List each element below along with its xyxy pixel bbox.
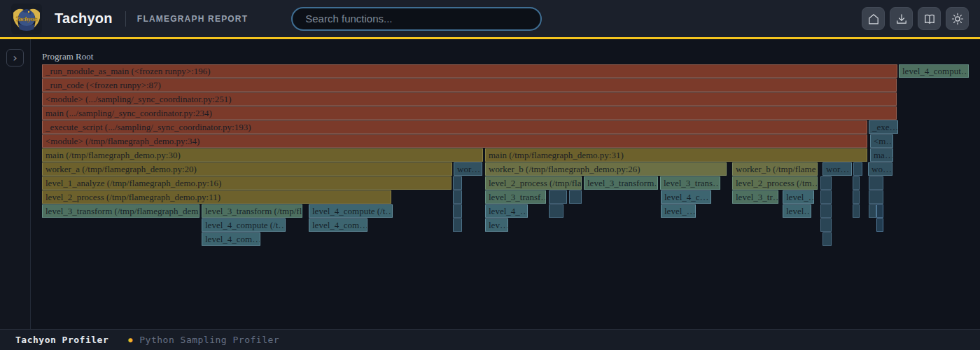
- flame-frame[interactable]: level…: [783, 204, 811, 218]
- flame-frame[interactable]: level_3_transform (/tmp/flamegraph_dem…: [42, 204, 200, 218]
- flame-frame[interactable]: main (.../sampling/_sync_coordinator.py:…: [42, 106, 897, 120]
- flame-frame[interactable]: level_4_compute (/t…: [309, 204, 393, 218]
- flame-frame[interactable]: [853, 204, 860, 218]
- flame-frame[interactable]: [820, 218, 832, 232]
- flame-frame[interactable]: level_4_compute (/t…: [202, 218, 286, 232]
- flame-frame[interactable]: _exe…: [869, 120, 898, 134]
- docs-button[interactable]: [918, 7, 941, 30]
- flame-frame[interactable]: worker_a (/tmp/flamegraph_demo.py:20): [42, 162, 452, 176]
- flame-frame[interactable]: _run_code (<frozen runpy>:87): [42, 78, 897, 92]
- flame-frame[interactable]: level_…: [661, 204, 696, 218]
- flame-frame[interactable]: [453, 204, 462, 218]
- app-title: Tachyon: [55, 10, 113, 27]
- header-divider: [125, 11, 126, 27]
- flamegraph-root-label: Program Root: [42, 51, 93, 62]
- flame-frame[interactable]: level_4_com…: [309, 218, 368, 232]
- sun-icon: [950, 11, 965, 27]
- flame-frame[interactable]: level_…: [783, 190, 814, 204]
- flame-frame[interactable]: [820, 190, 832, 204]
- flame-frame[interactable]: _run_module_as_main (<frozen runpy>:196): [42, 64, 897, 78]
- header: Tachyon Tachyon FLAMEGRAPH REPORT: [0, 0, 980, 39]
- flame-frame[interactable]: worker_b (/tmp/flamegraph_demo.py:26): [485, 162, 727, 176]
- home-icon: [866, 11, 881, 27]
- header-buttons: [862, 7, 969, 30]
- flame-frame[interactable]: level_3_transform…: [584, 176, 658, 190]
- flame-frame[interactable]: [453, 176, 462, 190]
- flame-frame[interactable]: lev…: [485, 218, 508, 232]
- flame-frame[interactable]: [869, 204, 876, 218]
- flame-frame[interactable]: level_3_transform (/tmp/fl…: [202, 204, 302, 218]
- flame-frame[interactable]: wor…: [454, 162, 482, 176]
- theme-toggle-button[interactable]: [946, 7, 969, 30]
- flame-frame[interactable]: level_3_transf…: [485, 190, 546, 204]
- flame-frame[interactable]: main (/tmp/flamegraph_demo.py:30): [42, 148, 483, 162]
- flame-frame[interactable]: level_4_c…: [661, 190, 711, 204]
- svg-text:Tachyon: Tachyon: [15, 15, 38, 22]
- flame-frame[interactable]: level_3_trans…: [660, 176, 720, 190]
- download-icon: [894, 11, 909, 27]
- flame-frame[interactable]: main (/tmp/flamegraph_demo.py:31): [485, 148, 867, 162]
- download-button[interactable]: [890, 7, 913, 30]
- flame-frame[interactable]: [549, 190, 567, 204]
- flame-frame[interactable]: worker_b (/tmp/flame…: [732, 162, 818, 176]
- status-bar: Tachyon Profiler ● Python Sampling Profi…: [0, 329, 980, 350]
- status-dot-icon: ●: [128, 336, 132, 344]
- flame-frame[interactable]: [453, 190, 462, 204]
- flame-frame[interactable]: [820, 176, 832, 190]
- flame-frame[interactable]: [876, 204, 883, 218]
- flame-frame[interactable]: <m…: [870, 134, 893, 148]
- flame-frame[interactable]: [822, 232, 832, 246]
- flame-frame[interactable]: level_4_com…: [202, 232, 260, 246]
- flame-frame[interactable]: wo…: [868, 162, 892, 176]
- flame-frame[interactable]: [869, 176, 883, 190]
- sidebar: ›: [0, 39, 31, 329]
- flame-frame[interactable]: [853, 176, 860, 190]
- status-app-name: Tachyon Profiler: [15, 335, 108, 345]
- flame-frame[interactable]: level_3_tr…: [732, 190, 778, 204]
- flame-frame[interactable]: level_1_analyze (/tmp/flamegraph_demo.py…: [42, 176, 451, 190]
- flame-frame[interactable]: wor…: [822, 162, 852, 176]
- flame-frame[interactable]: [820, 204, 832, 218]
- flame-frame[interactable]: level_2_process (/tm…: [732, 176, 818, 190]
- flame-frame[interactable]: level_4_…: [485, 204, 528, 218]
- home-button[interactable]: [862, 7, 885, 30]
- flame-frame[interactable]: [876, 218, 883, 232]
- book-icon: [922, 11, 937, 27]
- status-subtitle: Python Sampling Profiler: [139, 335, 279, 345]
- flame-frame[interactable]: ma…: [870, 148, 893, 162]
- search-input[interactable]: [291, 7, 542, 31]
- flame-frame[interactable]: [853, 190, 860, 204]
- report-type-label: FLAMEGRAPH REPORT: [137, 14, 248, 24]
- sidebar-expand-button[interactable]: ›: [6, 49, 24, 66]
- flame-frame[interactable]: level_4_comput…: [899, 64, 969, 78]
- flame-frame[interactable]: [853, 162, 862, 176]
- flame-frame[interactable]: level_2_process (/tmp/flamegraph_demo.py…: [42, 190, 391, 204]
- flame-frame[interactable]: <module> (/tmp/flamegraph_demo.py:34): [42, 134, 867, 148]
- flame-frame[interactable]: [549, 204, 564, 218]
- main-area: › Program Root _run_module_as_main (<fro…: [0, 39, 980, 329]
- flame-frame[interactable]: [869, 190, 883, 204]
- flame-frame[interactable]: [569, 190, 582, 204]
- flame-frame[interactable]: level_2_process (/tmp/fla…: [485, 176, 582, 190]
- app-logo-eagle-icon: Tachyon: [11, 3, 42, 35]
- flame-frame[interactable]: <module> (.../sampling/_sync_coordinator…: [42, 92, 897, 106]
- flame-frame[interactable]: [453, 218, 462, 232]
- flame-frame[interactable]: _execute_script (.../sampling/_sync_coor…: [42, 120, 867, 134]
- flamegraph-canvas[interactable]: Program Root _run_module_as_main (<froze…: [31, 39, 980, 329]
